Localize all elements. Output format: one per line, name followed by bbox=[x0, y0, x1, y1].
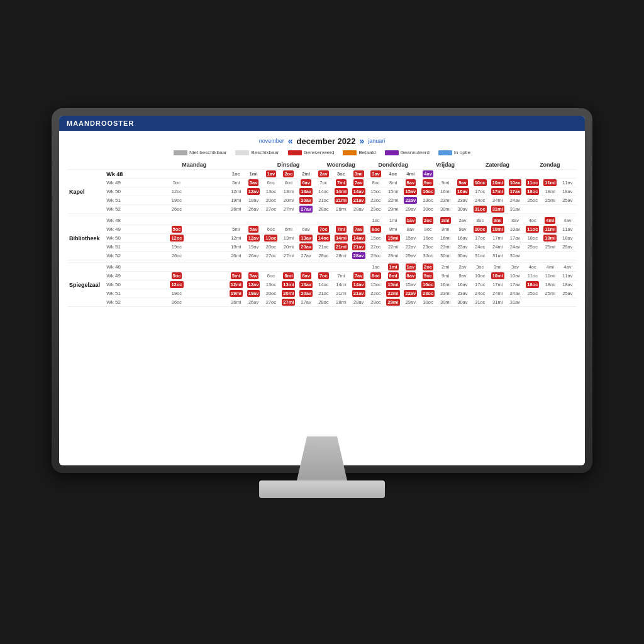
monitor: MAANDROOSTER november « december 2022 » … bbox=[52, 108, 592, 536]
prev-month[interactable]: november bbox=[259, 138, 284, 144]
col-zondag: Zondag bbox=[524, 160, 576, 170]
cell[interactable] bbox=[147, 172, 157, 174]
spiegelzaal-wk51: Wk 51 19oc 19mi 19av 20oc 20mi 20av 21oc… bbox=[68, 289, 576, 298]
cell[interactable] bbox=[207, 172, 217, 174]
col-room bbox=[68, 160, 126, 170]
cell[interactable] bbox=[197, 172, 207, 174]
monitor-stand-base bbox=[259, 480, 385, 498]
legend: Niet beschikbaar Beschikbaar Gereserveer… bbox=[68, 150, 576, 155]
month-nav: november « december 2022 » januari bbox=[68, 136, 576, 146]
next-month[interactable]: januari bbox=[368, 138, 385, 144]
week-51: Wk 51 bbox=[105, 196, 126, 205]
col-dinsdag: Dinsdag bbox=[262, 160, 315, 170]
legend-beschikbaar: Beschikbaar bbox=[235, 150, 279, 155]
week-52: Wk 52 bbox=[105, 205, 126, 214]
cell[interactable] bbox=[167, 172, 177, 174]
col-donderdag: Donderdag bbox=[367, 160, 419, 170]
kapel-wk49: Wk 49 5oc 5mi 5av 6oc 6mi 6av 7oc 7mi 7a… bbox=[68, 179, 576, 187]
cell[interactable] bbox=[157, 172, 167, 174]
prev-arrow[interactable]: « bbox=[288, 136, 293, 146]
calendar-table: Maandag Dinsdag Woensdag Donderdag Vrijd… bbox=[68, 160, 576, 307]
room-bibliotheek: Bibliotheek bbox=[68, 216, 105, 260]
week-49: Wk 49 bbox=[105, 179, 126, 187]
bibliotheek-wk52: Wk 52 26oc 26mi 26av 27oc 27mi 27av 28oc… bbox=[68, 252, 576, 260]
spiegelzaal-wk52: Wk 52 26oc 26mi 26av 27oc 27mi 27av 28oc… bbox=[68, 298, 576, 307]
monitor-body: MAANDROOSTER november « december 2022 » … bbox=[52, 108, 592, 473]
kapel-wk50: Wk 50 12oc 12mi 12av 13oc 13mi 13av 14oc… bbox=[68, 187, 576, 196]
room-spiegelzaal: Spiegelzaal bbox=[68, 263, 105, 307]
week-48: Wk 48 bbox=[105, 170, 126, 179]
bibliotheek-wk51: Wk 51 19oc 19mi 19av 20oc 20mi 20av 21oc… bbox=[68, 243, 576, 252]
cell[interactable] bbox=[187, 172, 197, 174]
cell[interactable] bbox=[177, 172, 187, 174]
col-woensdag: Woensdag bbox=[314, 160, 367, 170]
app-title: MAANDROOSTER bbox=[67, 119, 134, 127]
legend-in-optie: In optie bbox=[438, 150, 470, 155]
legend-betaald: Betaald bbox=[343, 150, 375, 155]
kapel-wk52: Wk 52 26oc 26mi 26av 27oc 27mi 27av 28oc… bbox=[68, 205, 576, 214]
section-kapel: Kapel Wk 48 bbox=[68, 170, 576, 179]
week-50: Wk 50 bbox=[105, 187, 126, 196]
col-maandag: Maandag bbox=[126, 160, 262, 170]
app-header: MAANDROOSTER bbox=[59, 116, 585, 131]
bibliotheek-wk50: Wk 50 12oc 12mi 12av 13oc 13mi 13av 14oc… bbox=[68, 234, 576, 243]
cell[interactable] bbox=[136, 172, 147, 174]
bibliotheek-wk48: Bibliotheek Wk 48 1oc 1mi 1av 2oc 2mi 2a… bbox=[68, 216, 576, 225]
current-month: december 2022 bbox=[297, 136, 356, 146]
legend-gereserveerd: Gereserveerd bbox=[288, 150, 335, 155]
bibliotheek-wk49: Wk 49 5oc 5mi 5av 6oc 6mi 6av 7oc 7mi 7a… bbox=[68, 225, 576, 234]
room-kapel: Kapel bbox=[68, 170, 105, 214]
cell[interactable] bbox=[126, 172, 136, 174]
spiegelzaal-wk49: Wk 49 5oc 5mi 5av 6oc 6mi 6av 7oc 7mi 7a… bbox=[68, 272, 576, 280]
spiegelzaal-wk50: Wk 50 12oc 12mi 12av 13oc 13mi 13av 14oc… bbox=[68, 280, 576, 289]
legend-niet-beschikbaar: Niet beschikbaar bbox=[174, 150, 227, 155]
spiegelzaal-wk48: Spiegelzaal Wk 48 1oc 1mi 1av 2oc 2mi 2a… bbox=[68, 263, 576, 272]
monitor-screen: MAANDROOSTER november « december 2022 » … bbox=[59, 116, 585, 465]
kapel-wk51: Wk 51 19oc 19mi 19av 20oc 20mi 20av 21oc… bbox=[68, 196, 576, 205]
legend-geannuleerd: Geannuleerd bbox=[385, 150, 430, 155]
col-vrijdag: Vrijdag bbox=[419, 160, 472, 170]
app-content: november « december 2022 » januari Niet … bbox=[59, 131, 585, 465]
next-arrow[interactable]: » bbox=[359, 136, 364, 146]
col-zaterdag: Zaterdag bbox=[471, 160, 524, 170]
